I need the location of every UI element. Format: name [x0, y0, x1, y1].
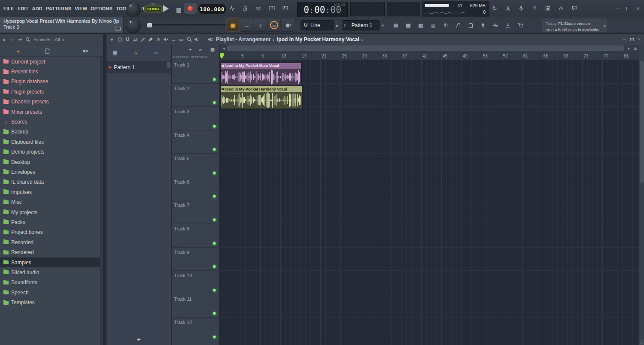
menu-view[interactable]: VIEW	[73, 6, 89, 11]
browser-item-recorded[interactable]: Recorded	[0, 237, 100, 247]
track-enable-led[interactable]	[213, 172, 216, 175]
zcross-toggle[interactable]	[186, 56, 188, 58]
playback-tool-icon[interactable]	[193, 35, 200, 44]
track-name[interactable]: Track 11	[174, 297, 192, 302]
track-header-13[interactable]	[172, 341, 220, 345]
track-options-icon[interactable]: ···	[174, 194, 179, 197]
playlist-breadcrumb[interactable]: Ipod in My Pocket Harmony Vocal	[277, 36, 359, 42]
browser-files-tab-icon[interactable]	[42, 46, 52, 56]
playlist-maximize-button[interactable]	[630, 38, 634, 41]
playlist-title[interactable]: Playlist - Arrangement	[216, 36, 270, 42]
browser-item-templates[interactable]: Templates	[0, 297, 100, 307]
pattern-spinner-icon[interactable]: ⇅	[342, 23, 348, 27]
browser-title[interactable]: Browser - All	[33, 37, 60, 42]
track-header-1[interactable]: Track 1···	[172, 60, 220, 84]
browser-item-mixer-presets[interactable]: Mixer presets	[0, 107, 100, 117]
playlist-grid[interactable]: ⇉Ipod in My Pocket Main Vocal⇉Ipod in My…	[220, 60, 639, 345]
paint-sequence-button[interactable]: ▦	[227, 19, 239, 31]
time-display[interactable]: M:S:CS 0:00:00	[297, 2, 348, 18]
maximize-button[interactable]	[626, 7, 630, 10]
event-editor-button[interactable]	[453, 20, 463, 30]
channel-rack-button[interactable]: ▤	[391, 20, 401, 30]
graph-editor-button[interactable]: ▦	[403, 20, 413, 30]
playlist-toggle-button[interactable]: ▩	[416, 20, 426, 30]
browser-item-demo-projects[interactable]: Demo projects	[0, 147, 100, 157]
track-enable-led[interactable]	[213, 195, 216, 198]
track-header-11[interactable]: Track 11···	[172, 294, 220, 318]
browser-audition-icon[interactable]	[80, 46, 90, 56]
shop-button[interactable]	[515, 20, 526, 30]
track-header-10[interactable]: Track 10···	[172, 271, 220, 294]
export-icon[interactable]	[556, 3, 566, 13]
slide-tool-icon[interactable]: ↔	[170, 35, 177, 44]
track-header-9[interactable]: Track 9···	[172, 248, 220, 271]
shuttle-knob[interactable]	[126, 2, 141, 17]
track-options-icon[interactable]: ···	[174, 217, 179, 221]
delete-tool-icon[interactable]: ⊘	[155, 35, 162, 44]
browser-item-soundfonts[interactable]: Soundfonts	[0, 278, 100, 288]
cut-icon[interactable]	[503, 3, 513, 13]
track-name[interactable]: Track 8	[174, 226, 189, 231]
paint-tool-icon[interactable]	[147, 35, 154, 44]
browser-item-rendered[interactable]: Rendered	[0, 247, 100, 257]
save-icon[interactable]	[543, 3, 553, 13]
magnet-icon[interactable]	[124, 35, 131, 44]
browser-item-project-bones[interactable]: Project bones	[0, 227, 100, 237]
countdown-icon[interactable]: 3,2	[253, 3, 264, 13]
track-name[interactable]: Track 9	[174, 250, 189, 255]
track-enable-led[interactable]	[213, 101, 216, 104]
browser-scrollbar[interactable]	[100, 57, 103, 345]
horizontal-scrollbar[interactable]: ◂ ▸ ⊞	[220, 45, 639, 52]
browser-item-channel-presets[interactable]: Channel presets	[0, 97, 100, 107]
picker-scrollbar-thumb[interactable]	[167, 62, 170, 68]
track-options-icon[interactable]: ···	[174, 288, 179, 291]
browser-item-packs[interactable]: Packs	[0, 217, 100, 227]
track-name[interactable]: Track 2	[174, 86, 189, 91]
track-options-icon[interactable]: ···	[174, 334, 179, 338]
record-button[interactable]	[184, 3, 197, 14]
browser-item-il-shared-data[interactable]: IL shared data	[0, 177, 100, 187]
track-enable-led[interactable]	[213, 242, 216, 245]
scroll-left-button[interactable]: ◂	[221, 45, 227, 52]
track-options-icon[interactable]: ···	[174, 77, 179, 81]
audio-clip-2[interactable]: ⇉Ipod in My Pocket Harmony Vocal	[220, 86, 302, 109]
track-options-icon[interactable]: ···	[174, 170, 179, 174]
download-content-button[interactable]	[503, 20, 513, 30]
browser-plugins-tab-icon[interactable]: +	[13, 46, 23, 56]
track-header-5[interactable]: Track 5···	[172, 154, 220, 177]
wait-input-icon[interactable]	[280, 3, 290, 13]
track-enable-led[interactable]	[213, 78, 216, 81]
close-button[interactable]: ×	[636, 6, 640, 12]
track-header-4[interactable]: Track 4···	[172, 130, 220, 154]
track-name[interactable]: Track 10	[174, 273, 192, 278]
playhead-marker[interactable]	[220, 53, 224, 59]
notification-chevron-icon[interactable]: ▸	[604, 23, 606, 28]
browser-item-scores[interactable]: ♪Scores	[0, 117, 100, 127]
track-enable-led[interactable]	[213, 265, 216, 268]
picker-audio-icon[interactable]: ≈	[131, 47, 141, 58]
browser-item-envelopes[interactable]: Envelopes	[0, 167, 100, 177]
grid-mode-icon[interactable]: ▦	[209, 46, 216, 53]
mute-tool-icon[interactable]	[162, 35, 170, 44]
minimize-button[interactable]: ─	[617, 6, 620, 11]
vertical-scrollbar[interactable]: ⋮	[639, 45, 644, 345]
track-options-icon[interactable]: ···	[174, 100, 179, 104]
browser-item-current-project[interactable]: Current project	[0, 57, 100, 67]
browser-item-speech[interactable]: Speech	[0, 288, 100, 297]
track-options-icon[interactable]: ···	[174, 311, 179, 315]
track-header-6[interactable]: Track 6···	[172, 177, 220, 201]
track-name[interactable]: Track 7	[174, 203, 189, 208]
picker-patterns-icon[interactable]: ▦	[110, 47, 120, 58]
picker-add-button[interactable]: +	[137, 336, 141, 343]
blend-record-icon[interactable]	[116, 35, 123, 44]
track-header-7[interactable]: Track 7···	[172, 200, 220, 224]
timeline-ruler[interactable]: 59131721252933374145495357616569737781	[220, 52, 639, 61]
master-volume-slider[interactable]	[146, 23, 226, 29]
one-click-audio-button[interactable]	[282, 19, 294, 31]
clip-header[interactable]: ⇉Ipod in My Pocket Harmony Vocal	[221, 86, 302, 92]
slide-mode-icon[interactable]: +	[186, 46, 194, 53]
help-icon[interactable]: ?	[529, 3, 540, 13]
chat-icon[interactable]	[569, 3, 580, 13]
menu-edit[interactable]: EDIT	[16, 6, 30, 11]
mic-icon[interactable]	[516, 3, 526, 13]
